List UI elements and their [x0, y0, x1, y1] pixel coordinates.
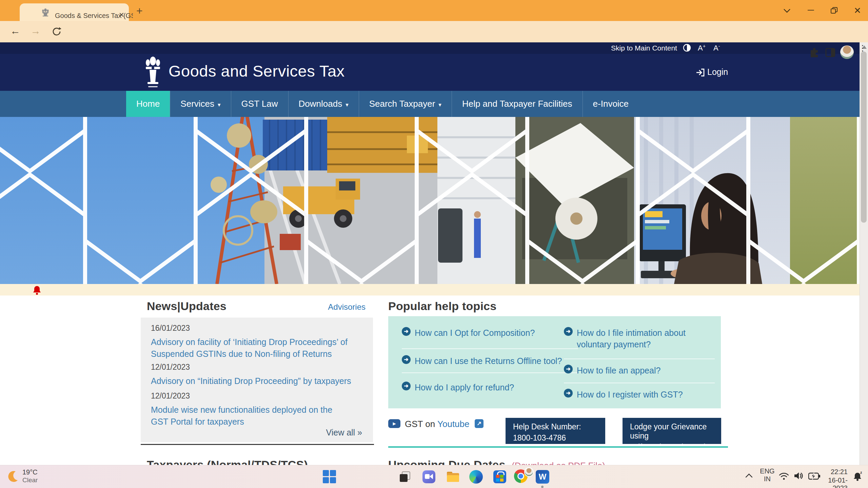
external-link-icon[interactable]: ↗: [475, 419, 484, 428]
news-date: 16/01/2023: [151, 324, 190, 333]
accessibility-bar: Skip to Main Content A+ A-: [0, 42, 860, 54]
news-date: 12/01/2023: [151, 391, 190, 401]
news-link[interactable]: Module wise new functionalities deployed…: [151, 404, 348, 428]
chrome-profile-badge: [524, 467, 534, 477]
login-icon: [696, 68, 705, 77]
view-all-link[interactable]: View all »: [326, 428, 362, 438]
arrow-right-circle-icon: ➜: [564, 389, 573, 398]
news-link[interactable]: Advisory on “Initiating Drop Proceeding”…: [151, 375, 364, 387]
chevron-down-icon: ▾: [218, 102, 221, 108]
file-explorer-icon[interactable]: [446, 470, 460, 483]
browser-tab[interactable]: Goods & Services Tax (GST) | Hon ✕: [20, 3, 129, 21]
alert-bell-icon: [33, 285, 41, 295]
help-topic-link[interactable]: How do I apply for refund?: [415, 382, 571, 393]
help-topic-link[interactable]: How do I register with GST?: [577, 389, 712, 401]
nav-item-services[interactable]: Services▾: [170, 91, 231, 117]
volume-icon[interactable]: [793, 471, 804, 481]
extensions-puzzle-icon[interactable]: [808, 47, 820, 58]
weather-desc[interactable]: Clear: [22, 476, 38, 484]
help-topic-link[interactable]: How to file an appeal?: [577, 365, 712, 377]
clock-time[interactable]: 22:21: [824, 468, 848, 476]
arrow-right-circle-icon: ➜: [402, 327, 411, 336]
nav-item-downloads[interactable]: Downloads▾: [288, 91, 359, 117]
window-restore-icon[interactable]: [830, 6, 838, 15]
profile-avatar[interactable]: [840, 45, 854, 59]
language-indicator[interactable]: ENG IN: [759, 467, 776, 483]
wifi-icon[interactable]: [778, 471, 789, 481]
edge-browser-icon[interactable]: [469, 470, 483, 484]
divider: [402, 372, 578, 373]
section-divider: [141, 444, 374, 445]
start-button[interactable]: [323, 470, 336, 484]
weather-moon-icon[interactable]: [6, 469, 20, 483]
help-desk-box: Help Desk Number: 1800-103-4786: [506, 418, 605, 444]
word-icon[interactable]: W: [536, 470, 549, 484]
browser-menu-kebab-icon[interactable]: ⋮: [859, 46, 867, 50]
font-decrease-button[interactable]: A-: [713, 43, 720, 53]
divider: [564, 359, 715, 359]
nav-item-help-facilities[interactable]: Help and Taxpayer Facilities: [452, 91, 583, 117]
nav-item-gst-law[interactable]: GST Law: [231, 91, 288, 117]
nav-item-search-taxpayer[interactable]: Search Taxpayer▾: [359, 91, 452, 117]
help-topic-link[interactable]: How can I use the Returns Offline tool?: [415, 355, 577, 367]
clock-date[interactable]: 16-01-2023: [814, 476, 848, 488]
scrollbar-thumb[interactable]: [861, 52, 867, 223]
youtube-link[interactable]: Youtube: [437, 419, 469, 429]
task-view-icon[interactable]: [399, 471, 411, 483]
help-topic-link[interactable]: How can I Opt for Composition?: [415, 327, 571, 339]
help-topics-panel: ➜ How can I Opt for Composition? ➜ How c…: [388, 316, 721, 408]
arrow-right-circle-icon: ➜: [402, 382, 411, 390]
window-close-icon[interactable]: ✕: [854, 5, 861, 16]
side-panel-icon[interactable]: [825, 47, 835, 58]
notification-bell-icon[interactable]: z: [853, 471, 863, 482]
arrow-right-circle-icon: ➜: [564, 327, 573, 336]
divider: [402, 348, 578, 349]
teams-chat-icon[interactable]: [422, 470, 435, 483]
nav-item-home[interactable]: Home: [126, 91, 170, 117]
word-running-dot: [541, 486, 544, 488]
windows-taskbar: 19°C Clear Search W ENG: [0, 465, 868, 488]
site-title: Goods and Services Tax: [169, 62, 345, 80]
news-updates-heading: News|Updates: [147, 300, 226, 313]
india-emblem-icon: [144, 56, 162, 89]
svg-text:z: z: [860, 471, 862, 474]
chevron-down-icon: ▾: [438, 102, 441, 108]
forward-icon[interactable]: →: [31, 25, 41, 37]
browser-toolbar: ← → gst.gov.in ☆ ⋮: [0, 21, 868, 42]
advisories-link[interactable]: Advisories: [315, 302, 366, 312]
tab-search-chevron-icon[interactable]: [783, 7, 791, 14]
browser-titlebar: Goods & Services Tax (GST) | Hon ✕ + ─ ✕: [0, 0, 868, 21]
arrow-right-circle-icon: ➜: [564, 365, 573, 373]
hero-collage-image: [0, 117, 860, 284]
help-topic-link[interactable]: How do I file intimation about voluntary…: [577, 327, 712, 350]
microsoft-store-icon[interactable]: [493, 470, 506, 483]
skip-to-content-link[interactable]: Skip to Main Content: [611, 44, 677, 52]
tray-chevron-up-icon[interactable]: [745, 473, 753, 479]
chevron-down-icon: ▾: [346, 102, 349, 108]
back-icon[interactable]: ←: [10, 25, 20, 37]
new-tab-button[interactable]: +: [136, 5, 143, 17]
weather-temp[interactable]: 19°C: [22, 468, 38, 476]
news-link[interactable]: Advisory on facility of ‘Initiating Drop…: [151, 336, 361, 360]
nav-item-e-invoice[interactable]: e-Invoice: [583, 91, 639, 117]
news-ticker-bar: [0, 284, 860, 296]
window-minimize-icon[interactable]: ─: [808, 5, 814, 15]
font-increase-button[interactable]: A+: [698, 43, 706, 53]
tab-close-icon[interactable]: ✕: [119, 11, 124, 19]
popular-help-topics-heading: Popular help topics: [388, 300, 496, 313]
grievance-box[interactable]: Lodge your Grievance using self-service …: [623, 418, 721, 444]
arrow-right-circle-icon: ➜: [402, 355, 411, 364]
contrast-icon[interactable]: [683, 44, 691, 52]
youtube-play-icon: ▶: [388, 419, 400, 428]
news-date: 12/01/2023: [151, 363, 190, 372]
divider: [564, 383, 715, 383]
section-divider-teal: [388, 446, 728, 448]
main-navigation: Home Services▾ GST Law Downloads▾ Search…: [0, 91, 860, 117]
gst-on-label: GST on: [405, 419, 435, 429]
reload-icon[interactable]: [52, 26, 62, 37]
tab-favicon-emblem-icon: [41, 8, 50, 17]
news-list-panel: 16/01/2023 Advisory on facility of ‘Init…: [141, 318, 373, 442]
